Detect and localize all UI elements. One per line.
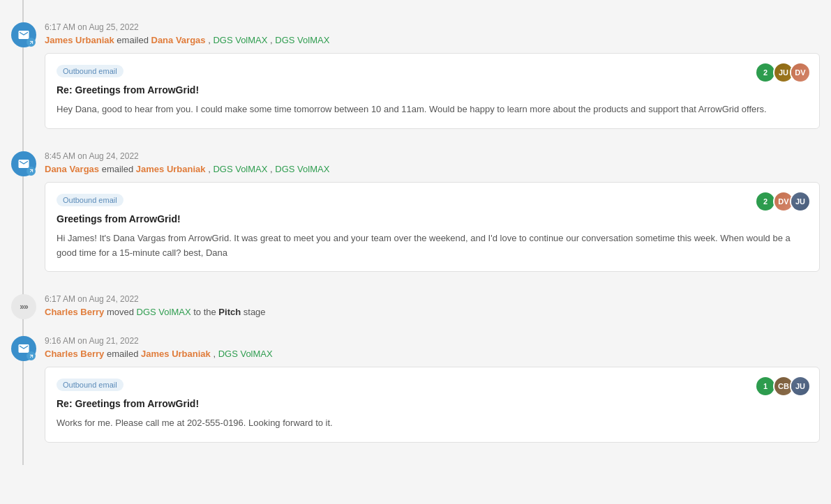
stage-badge-3: Pitch bbox=[218, 307, 241, 317]
entry-desc-3: Charles Berry moved DGS VolMAX to the Pi… bbox=[45, 306, 820, 319]
avatar-group-2: 2 DV JU bbox=[756, 191, 811, 212]
timeline-entry-3: »» 6:17 AM on Aug 24, 2022 Charles Berry… bbox=[0, 283, 831, 325]
avatar-group-1: 2 JU DV bbox=[756, 62, 811, 83]
email-subject-2: Greetings from ArrowGrid! bbox=[57, 213, 808, 224]
recipient-company-1-2[interactable]: DGS VolMAX bbox=[275, 35, 329, 45]
arrow-svg-2 bbox=[29, 168, 34, 174]
entry-header-2: 8:45 AM on Aug 24, 2022 Dana Vargas emai… bbox=[0, 140, 831, 182]
email-body-2: Hi James! It's Dana Vargas from ArrowGri… bbox=[57, 231, 808, 261]
arrow-svg-4 bbox=[29, 353, 34, 359]
recipient-company-1-1[interactable]: DGS VolMAX bbox=[213, 35, 267, 45]
comma-4-1: , bbox=[213, 349, 218, 359]
avatar-face-1-2: DV bbox=[791, 63, 809, 82]
entry-header-1: 6:17 AM on Aug 25, 2022 James Urbaniak e… bbox=[0, 11, 831, 53]
avatar-count-1: 2 bbox=[756, 63, 774, 82]
email-card-4: 1 CB JU Outbound email Re: Greetings fro… bbox=[45, 367, 820, 443]
email-icon-4 bbox=[11, 336, 36, 361]
avatar-count-2: 2 bbox=[756, 192, 774, 211]
entry-meta-1: 6:17 AM on Aug 25, 2022 James Urbaniak e… bbox=[45, 22, 820, 47]
email-body-1: Hey Dana, good to hear from you. I could… bbox=[57, 102, 808, 117]
entry-time-2: 8:45 AM on Aug 24, 2022 bbox=[45, 151, 820, 161]
emailed-text-2: emailed bbox=[102, 164, 136, 174]
email-subject-4: Re: Greetings from ArrowGrid! bbox=[57, 398, 808, 409]
to-text-3: to the bbox=[193, 307, 218, 317]
avatar-2-2: JU bbox=[790, 191, 811, 212]
avatar-count-4: 1 bbox=[756, 377, 774, 395]
entry-time-4: 9:16 AM on Aug 21, 2022 bbox=[45, 336, 820, 346]
entry-time-1: 6:17 AM on Aug 25, 2022 bbox=[45, 22, 820, 32]
entry-header-4: 9:16 AM on Aug 21, 2022 Charles Berry em… bbox=[0, 325, 831, 367]
emailed-text-4: emailed bbox=[107, 349, 141, 359]
avatar-4-2: JU bbox=[790, 376, 811, 397]
arrow-svg bbox=[29, 40, 34, 45]
timeline-entry-1: 6:17 AM on Aug 25, 2022 James Urbaniak e… bbox=[0, 11, 831, 129]
recipient-company-2-2[interactable]: DGS VolMAX bbox=[275, 164, 329, 174]
sender-link-1[interactable]: James Urbaniak bbox=[45, 35, 114, 45]
entry-meta-4: 9:16 AM on Aug 21, 2022 Charles Berry em… bbox=[45, 336, 820, 360]
sender-link-4[interactable]: Charles Berry bbox=[45, 349, 104, 359]
entry-header-3: »» 6:17 AM on Aug 24, 2022 Charles Berry… bbox=[0, 283, 831, 325]
entry-desc-2: Dana Vargas emailed James Urbaniak , DGS… bbox=[45, 163, 820, 176]
outbound-arrow-2 bbox=[27, 167, 36, 176]
outbound-arrow-1 bbox=[27, 38, 36, 47]
recipient-company-2-1[interactable]: DGS VolMAX bbox=[213, 164, 267, 174]
email-icon-1 bbox=[11, 22, 36, 47]
email-subject-1: Re: Greetings from ArrowGrid! bbox=[57, 84, 808, 96]
avatar-1-2: DV bbox=[790, 62, 811, 83]
entry-time-3: 6:17 AM on Aug 24, 2022 bbox=[45, 294, 820, 304]
email-icon-2 bbox=[11, 151, 36, 176]
avatar-group-4: 1 CB JU bbox=[756, 376, 811, 397]
actor-link-3[interactable]: Charles Berry bbox=[45, 307, 104, 317]
avatar-face-4-2: JU bbox=[791, 377, 809, 395]
company-link-3[interactable]: DGS VolMAX bbox=[137, 307, 191, 317]
recipient-1-1[interactable]: Dana Vargas bbox=[151, 35, 206, 45]
email-body-4: Works for me. Please call me at 202-555-… bbox=[57, 416, 808, 431]
stage-text-3: stage bbox=[244, 307, 266, 317]
recipient-4-1[interactable]: James Urbaniak bbox=[141, 349, 211, 359]
email-card-1: 2 JU DV Outbound email Re: Greetings fro… bbox=[45, 53, 820, 129]
sender-link-2[interactable]: Dana Vargas bbox=[45, 164, 99, 174]
entry-desc-4: Charles Berry emailed James Urbaniak , D… bbox=[45, 348, 820, 360]
outbound-badge-4: Outbound email bbox=[57, 379, 123, 391]
entry-meta-3: 6:17 AM on Aug 24, 2022 Charles Berry mo… bbox=[45, 294, 820, 319]
entry-meta-2: 8:45 AM on Aug 24, 2022 Dana Vargas emai… bbox=[45, 151, 820, 176]
moved-text-3: moved bbox=[107, 307, 137, 317]
outbound-badge-2: Outbound email bbox=[57, 194, 123, 206]
outbound-badge-1: Outbound email bbox=[57, 65, 123, 77]
timeline-entry-4: 9:16 AM on Aug 21, 2022 Charles Berry em… bbox=[0, 325, 831, 443]
timeline-entry-2: 8:45 AM on Aug 24, 2022 Dana Vargas emai… bbox=[0, 140, 831, 273]
entry-desc-1: James Urbaniak emailed Dana Vargas , DGS… bbox=[45, 34, 820, 47]
email-card-2: 2 DV JU Outbound email Greetings from Ar… bbox=[45, 182, 820, 273]
activity-icon-3: »» bbox=[11, 294, 36, 319]
arrows-text: »» bbox=[20, 302, 27, 312]
recipient-company-4-1[interactable]: DGS VolMAX bbox=[218, 349, 273, 359]
outbound-arrow-4 bbox=[27, 351, 36, 360]
timeline: 6:17 AM on Aug 25, 2022 James Urbaniak e… bbox=[0, 0, 831, 465]
emailed-text-1: emailed bbox=[117, 35, 151, 45]
recipient-2-1[interactable]: James Urbaniak bbox=[136, 164, 206, 174]
avatar-face-2-2: JU bbox=[791, 192, 809, 211]
